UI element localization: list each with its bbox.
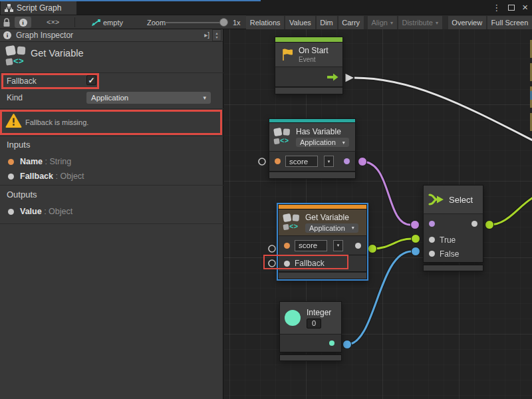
get-variable-icon: <> [6, 45, 27, 68]
maximize-icon[interactable] [508, 5, 515, 11]
port-dot-teal[interactable] [329, 340, 334, 346]
overview-button[interactable]: Overview [448, 16, 486, 29]
port-connected-blue[interactable] [343, 340, 352, 349]
graph-canvas[interactable]: On Start Event <> Has Variable Applicati… [224, 29, 532, 399]
integer-value-field[interactable]: 0 [307, 319, 321, 329]
node-accent-bar [278, 204, 367, 209]
inspector-title: Graph Inspector [16, 31, 73, 40]
wire-green[interactable] [489, 196, 532, 225]
variable-icon: <> [283, 213, 298, 229]
select-icon [428, 192, 445, 207]
zoom-slider-track[interactable] [165, 22, 223, 23]
chevron-down-icon: ▾ [342, 140, 345, 146]
graph-inspector-panel: i Graph Inspector ▸] ▲▼ <> Get Variable … [0, 29, 223, 399]
inspector-node-title: Get Variable [31, 48, 84, 59]
node-subtitle: Event [299, 56, 329, 63]
kind-dropdown[interactable]: Application ▾ [86, 92, 211, 104]
zoom-slider-handle[interactable] [219, 18, 228, 27]
values-button[interactable]: Values [285, 16, 315, 29]
variable-scope-dropdown[interactable]: Application▾ [305, 223, 358, 233]
port-connected-green[interactable] [412, 235, 420, 243]
wire-white[interactable] [354, 78, 532, 142]
distribute-button[interactable]: Distribute▾ [398, 16, 442, 29]
script-graph-window: Script Graph ⋮ × i <×> empty Zoom 1x Rel… [0, 0, 532, 399]
port-unconnected[interactable] [269, 245, 275, 252]
port-dot-orange [8, 159, 14, 165]
close-icon[interactable]: × [522, 4, 528, 11]
variable-icon: <> [274, 128, 289, 143]
node-footer [423, 265, 483, 271]
kind-value: Application [91, 94, 128, 102]
variable-name-dropdown[interactable]: ▾ [333, 240, 343, 251]
tab-title: Script Graph [17, 3, 61, 13]
align-button[interactable]: Align▾ [368, 16, 397, 29]
zoom-value: 1x [233, 19, 241, 27]
code-preview-icon[interactable]: <×> [47, 18, 59, 26]
pane-spinner[interactable]: ▲▼ [212, 29, 221, 41]
annotation-highlight [0, 110, 222, 135]
output-row: Value : Object [8, 207, 72, 216]
info-icon: i [3, 31, 11, 39]
port-unconnected[interactable] [259, 158, 265, 165]
input-row: Fallback : Object [8, 172, 84, 181]
node-footer [278, 272, 367, 279]
false-port-label: False [440, 249, 459, 259]
tab-bar: Script Graph ⋮ × [0, 0, 532, 15]
port-dot-gray[interactable] [429, 251, 435, 257]
node-select[interactable]: Select True False [423, 185, 483, 271]
annotation-highlight [263, 255, 348, 269]
port-dot-gray[interactable] [355, 243, 361, 249]
dim-button[interactable]: Dim [317, 16, 337, 29]
info-toggle-button[interactable]: i [15, 17, 31, 28]
port-connected-purple[interactable] [358, 158, 367, 166]
inspector-title-bar: i Graph Inspector [0, 29, 223, 42]
lock-icon[interactable] [3, 18, 11, 27]
wire-outline [489, 196, 532, 225]
port-dot-purple[interactable] [429, 221, 435, 227]
wire-outline [354, 78, 532, 142]
port-dot-gray [8, 209, 14, 215]
more-menu-icon[interactable]: ⋮ [492, 3, 501, 13]
port-dot-gray[interactable] [471, 221, 477, 227]
integer-icon [285, 310, 301, 326]
carry-button[interactable]: Carry [338, 16, 364, 29]
node-title: Get Variable [305, 213, 358, 222]
tab-script-graph[interactable]: Script Graph [1, 1, 76, 15]
chevron-down-icon: ▾ [390, 20, 393, 26]
flag-icon [280, 47, 295, 62]
annotation-highlight [1, 73, 99, 89]
relations-button[interactable]: Relations [246, 16, 284, 29]
port-dot-gray [8, 174, 14, 180]
port-dot-purple[interactable] [344, 158, 350, 164]
node-footer [275, 87, 343, 94]
nest-graph-icon [91, 19, 101, 27]
port-dot-orange[interactable] [275, 158, 281, 164]
node-footer [269, 172, 356, 179]
inputs-heading: Inputs [7, 140, 30, 150]
node-integer[interactable]: Integer 0 [279, 301, 342, 361]
node-has-variable[interactable]: <> Has Variable Application▾ score ▾ [269, 118, 356, 179]
graph-title-label: empty [103, 19, 123, 27]
port-connected-green[interactable] [485, 221, 494, 229]
variable-name-dropdown[interactable]: ▾ [324, 156, 334, 167]
port-connected-green[interactable] [368, 245, 377, 253]
port-dot-gray[interactable] [429, 237, 435, 243]
port-dot-orange[interactable] [284, 243, 290, 249]
port-connected-purple[interactable] [411, 221, 420, 229]
node-title: On Start [299, 46, 329, 55]
node-on-start[interactable]: On Start Event [275, 37, 343, 94]
node-title: Integer [307, 308, 331, 317]
port-connected-blue[interactable] [412, 247, 420, 256]
full-screen-button[interactable]: Full Screen [487, 16, 532, 29]
chevron-down-icon: ▾ [436, 20, 438, 26]
flow-output-port[interactable] [345, 73, 354, 82]
variable-name-field[interactable]: score [285, 156, 318, 167]
node-footer [279, 354, 342, 361]
input-row: Name : String [8, 157, 71, 166]
variable-scope-dropdown[interactable]: Application▾ [296, 138, 349, 147]
graph-toolbar: i <×> empty Zoom 1x Relations Values Dim… [0, 15, 532, 29]
flow-arrow-icon [327, 73, 338, 81]
dock-icon[interactable]: ▸] [204, 31, 209, 39]
outputs-heading: Outputs [7, 190, 37, 200]
variable-name-field[interactable]: score [295, 240, 327, 251]
